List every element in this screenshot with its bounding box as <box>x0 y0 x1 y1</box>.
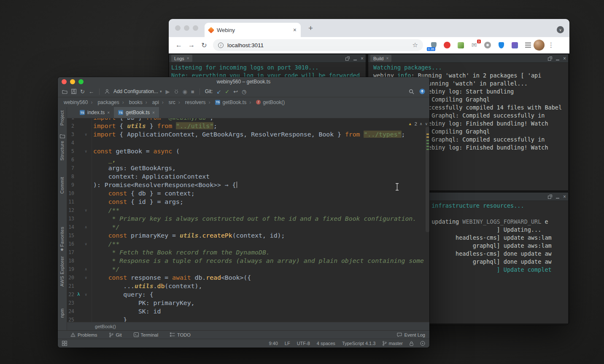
reload-icon[interactable]: ↻ <box>198 41 210 49</box>
logs-tab[interactable]: Logs × <box>171 55 192 62</box>
extension-mail-icon[interactable]: ✉ 3 <box>470 41 478 49</box>
close-icon[interactable]: × <box>187 56 189 61</box>
editor-bottom-breadcrumb[interactable]: getBook() <box>67 322 429 330</box>
lock-icon[interactable] <box>410 341 413 346</box>
breadcrumb-item[interactable]: resolvers <box>175 99 206 105</box>
address-bar[interactable]: localhost:3011 ☆ <box>213 39 423 51</box>
ide-titlebar[interactable]: webiny560 – getBook.ts <box>58 77 429 86</box>
star-icon[interactable]: ★ <box>60 247 64 252</box>
toolwindow-todo[interactable]: TODO <box>170 332 191 337</box>
fold-icon[interactable]: ∨ <box>85 240 87 248</box>
site-info-icon[interactable] <box>218 43 224 48</box>
indent-setting[interactable]: 4 spaces <box>317 341 335 346</box>
url-text[interactable]: localhost:3011 <box>227 42 409 48</box>
fold-icon[interactable]: ∨ <box>85 130 87 139</box>
sidebar-item-npm[interactable]: npm <box>59 308 65 318</box>
close-icon[interactable]: × <box>563 195 566 199</box>
extension-list-icon[interactable] <box>524 41 532 49</box>
minimize-window-button[interactable] <box>70 79 75 84</box>
tab-getbook-ts[interactable]: TS getBook.ts × <box>114 107 159 118</box>
extension-session-icon[interactable] <box>484 41 491 49</box>
close-icon[interactable]: × <box>107 110 110 115</box>
profile-avatar[interactable] <box>534 40 545 51</box>
fold-icon[interactable]: ∨ <box>85 147 87 155</box>
breadcrumb-item[interactable]: api <box>143 99 159 105</box>
minimize-icon[interactable] <box>353 56 357 61</box>
sidebar-item-aws-explorer[interactable]: AWS Explorer <box>59 256 65 286</box>
float-icon[interactable] <box>548 56 552 61</box>
zoom-window-button[interactable] <box>78 79 84 84</box>
back-icon[interactable]: ← <box>173 41 185 49</box>
inspections-indicator-icon[interactable] <box>420 341 425 346</box>
forward-icon[interactable]: → <box>185 41 198 49</box>
user-icon[interactable] <box>105 89 110 94</box>
fold-icon[interactable]: ∨ <box>85 273 87 282</box>
search-icon[interactable] <box>409 89 414 94</box>
run-icon[interactable]: ▶ <box>166 89 170 94</box>
caret-position[interactable]: 9:40 <box>269 341 278 346</box>
back-navigation-icon[interactable]: ← <box>89 89 94 94</box>
minimize-icon[interactable] <box>555 195 560 199</box>
close-icon[interactable]: × <box>563 56 566 61</box>
sync-icon[interactable]: ↻ <box>80 89 85 94</box>
sidebar-item-project[interactable]: Project <box>59 110 65 126</box>
close-icon[interactable]: × <box>361 56 364 61</box>
breadcrumb-item[interactable]: packages <box>88 99 119 105</box>
typescript-version[interactable]: TypeScript 4.1.3 <box>342 341 376 346</box>
fold-icon[interactable]: ∨ <box>85 206 87 214</box>
close-window-button[interactable] <box>62 79 67 84</box>
minimize-window-button[interactable] <box>184 25 189 31</box>
zoom-window-button[interactable] <box>193 25 198 31</box>
extension-adblock-icon[interactable] <box>443 41 451 49</box>
extension-puzzle-icon[interactable] <box>511 41 518 49</box>
git-update-icon[interactable]: ↙ <box>216 89 221 94</box>
run-configuration-select[interactable]: Add Configuration... ▾ <box>113 88 162 94</box>
line-ending[interactable]: LF <box>285 341 290 346</box>
prev-warning-icon[interactable]: ∧ <box>420 122 423 126</box>
tab-index-ts[interactable]: TS index.ts × <box>76 107 114 118</box>
git-commit-icon[interactable]: ✓ <box>225 89 229 94</box>
breadcrumb-item[interactable]: src <box>159 99 175 105</box>
coverage-icon[interactable]: ◉ <box>183 89 187 94</box>
sidebar-item-structure[interactable]: Structure <box>59 141 65 161</box>
float-icon[interactable] <box>548 195 552 199</box>
fold-icon[interactable]: ∧ <box>85 265 87 273</box>
git-history-icon[interactable]: ◷ <box>242 89 246 94</box>
editor-scrollbar[interactable] <box>426 127 429 232</box>
code-editor[interactable]: 1import { Db } from "@webiny/db";2import… <box>67 118 429 322</box>
minimize-icon[interactable] <box>555 56 560 61</box>
close-icon[interactable]: × <box>152 110 155 115</box>
new-tab-button[interactable]: + <box>308 24 313 33</box>
extension-protect-icon[interactable] <box>497 41 505 49</box>
event-log-button[interactable]: Event Log <box>397 332 425 337</box>
git-branch-widget[interactable]: master <box>382 341 403 346</box>
toolwindow-terminal[interactable]: Terminal <box>134 332 159 337</box>
bookmark-star-icon[interactable]: ☆ <box>413 41 418 49</box>
toolwindow-problems[interactable]: Problems <box>70 332 97 337</box>
tool-window-switcher-icon[interactable] <box>62 341 67 346</box>
next-warning-icon[interactable]: ∨ <box>425 122 428 126</box>
breadcrumb-item[interactable]: books <box>119 99 143 105</box>
fold-icon[interactable]: ∧ <box>85 223 87 231</box>
close-icon[interactable]: × <box>386 56 388 61</box>
folder-icon[interactable] <box>60 134 65 138</box>
breadcrumb-item[interactable]: webiny560 <box>64 99 88 105</box>
ide-update-icon[interactable] <box>419 88 425 94</box>
sidebar-item-commit[interactable]: Commit <box>59 177 65 194</box>
extension-grammar-icon[interactable] <box>457 41 464 49</box>
tab-search-button[interactable]: ∨ <box>557 26 564 33</box>
toolwindow-git[interactable]: Git <box>109 332 121 337</box>
open-folder-icon[interactable] <box>62 89 67 94</box>
save-icon[interactable] <box>71 89 76 94</box>
debug-icon[interactable] <box>174 89 179 94</box>
build-tab[interactable]: Build × <box>370 55 391 62</box>
git-revert-icon[interactable]: ↩ <box>233 89 238 94</box>
sidebar-item-favorites[interactable]: Favorites <box>59 227 65 247</box>
tab-close-icon[interactable]: × <box>293 27 297 33</box>
fold-icon[interactable]: ∨ <box>85 290 87 299</box>
extension-shield-icon[interactable]: 0.35 <box>430 41 437 49</box>
breadcrumb-item[interactable]: TSgetBook.ts <box>205 99 246 105</box>
aws-lambda-gutter-icon[interactable]: λ <box>77 290 80 299</box>
stop-icon[interactable]: ■ <box>191 89 194 94</box>
float-icon[interactable] <box>345 56 350 61</box>
